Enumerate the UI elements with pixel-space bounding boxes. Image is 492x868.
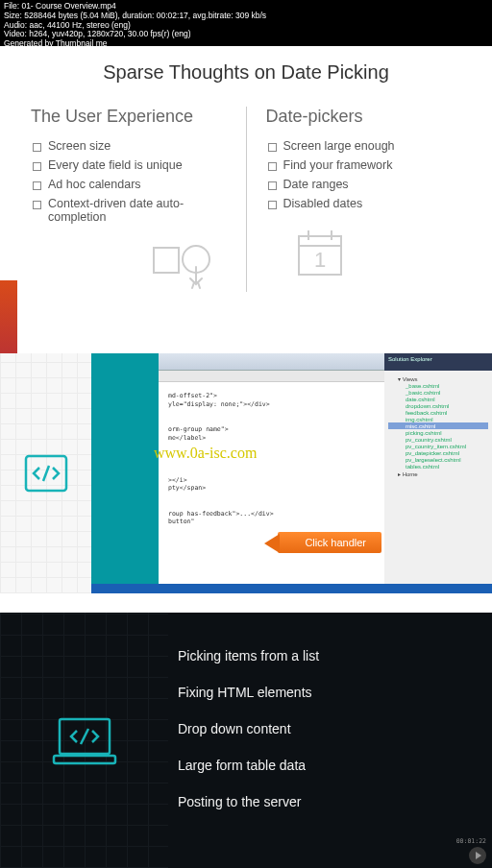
svg-text:1: 1 xyxy=(313,248,325,272)
explorer-file: pv_country_item.cshtml xyxy=(388,443,488,449)
selection-icon xyxy=(150,240,217,292)
click-handler-callout: Click handler xyxy=(278,532,381,553)
topics-list: Picking items from a list Fixing HTML el… xyxy=(168,613,492,868)
bullet-item: Disabled dates xyxy=(266,194,462,213)
explorer-titlebar: Solution Explorer xyxy=(384,353,492,371)
play-button[interactable] xyxy=(469,847,486,864)
explorer-file: date.cshtml xyxy=(388,396,488,402)
watermark-text: www.0a-isc.com xyxy=(154,445,257,462)
bullet-item: Find your framework xyxy=(266,156,462,175)
meta-generator: Generated by Thumbnail me xyxy=(4,39,266,49)
topic-item: Drop down content xyxy=(178,711,482,747)
explorer-folder: ▸ Home xyxy=(388,470,488,477)
code-brackets-icon xyxy=(24,454,68,493)
ide-toolbar xyxy=(159,371,384,382)
svg-rect-0 xyxy=(154,248,179,273)
play-icon xyxy=(469,847,486,864)
pickers-bullets: Screen large enough Find your framework … xyxy=(266,136,462,213)
explorer-file: picking.cshtml xyxy=(388,429,488,436)
bullet-item: Screen large enough xyxy=(266,136,462,156)
video-metadata-overlay: File: 01- Course Overview.mp4 Size: 5288… xyxy=(0,0,270,51)
explorer-file: pv_datepicker.cshtml xyxy=(388,449,488,456)
pattern-sidebar xyxy=(0,353,91,593)
explorer-folder: ▾ Views xyxy=(388,374,488,382)
explorer-file: pv_largeselect.cshtml xyxy=(388,456,488,463)
topic-item: Fixing HTML elements xyxy=(178,674,482,711)
slide-ide-screenshot: md-offset-2"> yle="display: none;"></div… xyxy=(0,353,492,593)
explorer-file: _basic.cshtml xyxy=(388,389,488,396)
teal-panel xyxy=(91,353,159,593)
solution-explorer: Solution Explorer ▾ Views_base.cshtml_ba… xyxy=(384,353,492,593)
laptop-code-icon xyxy=(50,713,119,767)
explorer-file: dropdown.cshtml xyxy=(388,402,488,409)
pickers-heading: Date-pickers xyxy=(266,107,462,127)
bullet-item: Date ranges xyxy=(266,175,462,194)
timecode-label: 00:01:22 xyxy=(456,837,486,845)
calendar-icon: 1 xyxy=(295,227,345,278)
accent-bar xyxy=(0,280,17,357)
ux-bullets: Screen size Every date field is unique A… xyxy=(31,136,227,227)
svg-rect-9 xyxy=(54,756,115,763)
topic-item: Posting to the server xyxy=(178,784,482,820)
ux-heading: The User Experience xyxy=(31,107,227,127)
code-editor: md-offset-2"> yle="display: none;"></div… xyxy=(159,353,384,593)
explorer-file: _base.cshtml xyxy=(388,382,488,389)
pattern-sidebar-dark xyxy=(0,613,168,868)
topic-item: Picking items from a list xyxy=(178,638,482,674)
ide-menubar xyxy=(159,353,384,371)
spacer xyxy=(0,593,492,613)
explorer-file: feedback.cshtml xyxy=(388,409,488,416)
explorer-file: misc.cshtml xyxy=(388,422,488,429)
slide-date-picking: Sparse Thoughts on Date Picking The User… xyxy=(0,46,492,353)
topic-item: Large form table data xyxy=(178,747,482,784)
explorer-file: img.cshtml xyxy=(388,416,488,422)
bullet-item: Context-driven date auto-completion xyxy=(31,194,227,227)
slide-topics-list: Picking items from a list Fixing HTML el… xyxy=(0,613,492,868)
explorer-file: tables.cshtml xyxy=(388,463,488,470)
slide1-title: Sparse Thoughts on Date Picking xyxy=(31,61,461,84)
bullet-item: Screen size xyxy=(31,136,227,156)
bullet-item: Ad hoc calendars xyxy=(31,175,227,194)
ide-statusbar xyxy=(91,584,492,593)
explorer-file: pv_country.cshtml xyxy=(388,436,488,443)
bullet-item: Every date field is unique xyxy=(31,156,227,175)
